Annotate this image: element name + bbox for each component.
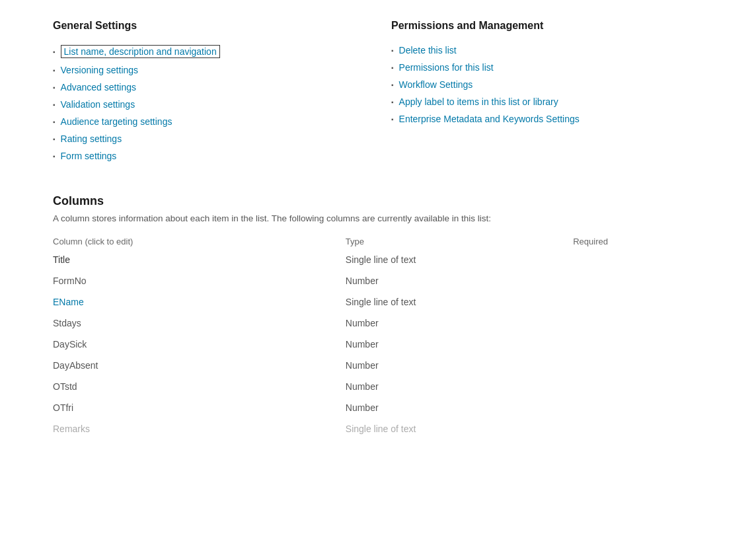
columns-table-header: Column (click to edit) Type Required — [53, 234, 703, 249]
apply-label-link[interactable]: Apply label to items in this list or lib… — [399, 96, 558, 107]
permissions-management-list: Delete this listPermissions for this lis… — [391, 45, 703, 124]
general-settings-heading: General Settings — [53, 20, 365, 32]
general-settings-item: Validation settings — [53, 99, 365, 110]
permissions-management-panel: Permissions and Management Delete this l… — [391, 20, 703, 168]
permissions-item: Workflow Settings — [391, 79, 703, 90]
columns-section: Columns A column stores information abou… — [53, 194, 703, 439]
advanced-link[interactable]: Advanced settings — [61, 82, 136, 93]
column-required-text — [573, 334, 703, 355]
column-required-text — [573, 291, 703, 313]
column-required-text — [573, 313, 703, 334]
column-name-text: DayAbsent — [53, 360, 98, 371]
column-name-text: OTstd — [53, 381, 77, 392]
column-type-text: Number — [346, 318, 379, 328]
permissions-item: Permissions for this list — [391, 62, 703, 73]
column-header-name: Column (click to edit) — [53, 234, 346, 249]
table-row: OTfriNumber — [53, 397, 703, 418]
column-required-text — [573, 376, 703, 397]
general-settings-item: Advanced settings — [53, 82, 365, 93]
table-row: ENameSingle line of text — [53, 291, 703, 313]
columns-table: Column (click to edit) Type Required Tit… — [53, 234, 703, 439]
column-required-text — [573, 249, 703, 270]
rating-link[interactable]: Rating settings — [61, 133, 122, 144]
table-row: OTstdNumber — [53, 376, 703, 397]
column-name-link[interactable]: EName — [53, 297, 84, 307]
columns-description: A column stores information about each i… — [53, 213, 703, 223]
columns-heading: Columns — [53, 194, 703, 208]
permissions-item: Delete this list — [391, 45, 703, 56]
workflow-link[interactable]: Workflow Settings — [399, 79, 473, 90]
table-row: DaySickNumber — [53, 334, 703, 355]
column-type-text: Number — [346, 360, 379, 371]
permissions-management-heading: Permissions and Management — [391, 20, 703, 32]
columns-table-body: TitleSingle line of textFormNoNumberENam… — [53, 249, 703, 439]
column-type-text: Single line of text — [346, 297, 416, 307]
column-type-text: Single line of text — [346, 254, 416, 265]
validation-link[interactable]: Validation settings — [61, 99, 135, 110]
general-settings-item: Rating settings — [53, 133, 365, 144]
column-name-text: Remarks — [53, 424, 90, 434]
permissions-item: Enterprise Metadata and Keywords Setting… — [391, 114, 703, 124]
column-header-type: Type — [346, 234, 573, 249]
column-type-text: Number — [346, 402, 379, 413]
column-name-text: OTfri — [53, 402, 73, 413]
column-required-text — [573, 270, 703, 291]
versioning-link[interactable]: Versioning settings — [61, 65, 139, 75]
column-header-required: Required — [573, 234, 703, 249]
column-name-text: DaySick — [53, 339, 87, 350]
column-required-text — [573, 418, 703, 439]
table-row: FormNoNumber — [53, 270, 703, 291]
column-type-text: Number — [346, 381, 379, 392]
table-row: StdaysNumber — [53, 313, 703, 334]
column-name-text: FormNo — [53, 276, 87, 286]
general-settings-panel: General Settings List name, description … — [53, 20, 365, 168]
main-two-column-layout: General Settings List name, description … — [53, 20, 703, 168]
table-row: TitleSingle line of text — [53, 249, 703, 270]
general-settings-item: List name, description and navigation — [53, 45, 365, 58]
list-name-link[interactable]: List name, description and navigation — [61, 45, 220, 58]
delete-link[interactable]: Delete this list — [399, 45, 457, 56]
permissions-item: Apply label to items in this list or lib… — [391, 96, 703, 107]
general-settings-list: List name, description and navigationVer… — [53, 45, 365, 161]
metadata-link[interactable]: Enterprise Metadata and Keywords Setting… — [399, 114, 580, 124]
table-row: DayAbsentNumber — [53, 355, 703, 376]
general-settings-item: Versioning settings — [53, 65, 365, 75]
table-row: RemarksSingle line of text — [53, 418, 703, 439]
form-link[interactable]: Form settings — [61, 151, 117, 161]
column-type-text: Single line of text — [346, 424, 416, 434]
column-required-text — [573, 355, 703, 376]
audience-link[interactable]: Audience targeting settings — [61, 116, 172, 127]
column-required-text — [573, 397, 703, 418]
column-name-link[interactable]: Title — [53, 254, 70, 265]
general-settings-item: Form settings — [53, 151, 365, 161]
column-type-text: Number — [346, 339, 379, 350]
column-name-text: Stdays — [53, 318, 81, 328]
permissions-link[interactable]: Permissions for this list — [399, 62, 494, 73]
general-settings-item: Audience targeting settings — [53, 116, 365, 127]
column-type-text: Number — [346, 276, 379, 286]
